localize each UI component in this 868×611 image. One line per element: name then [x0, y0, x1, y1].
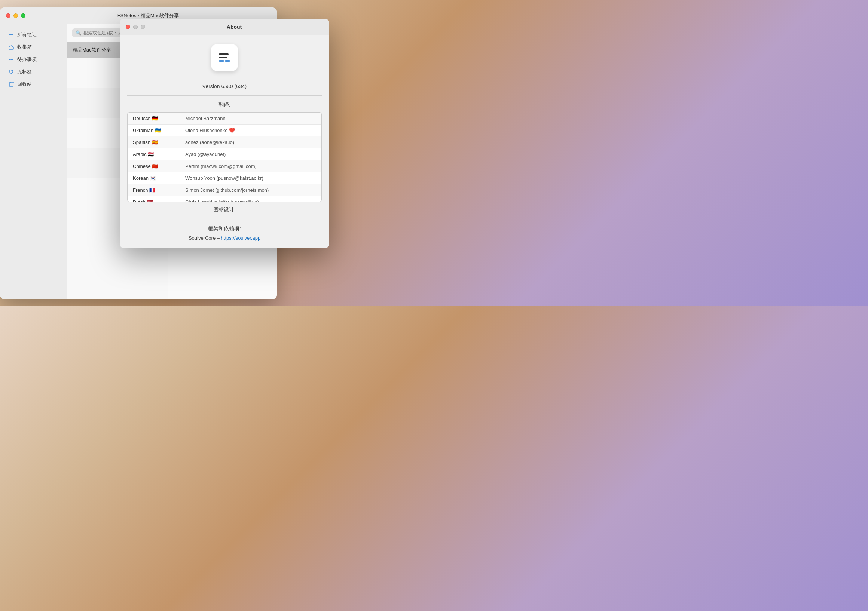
sidebar-label-todo: 待办事项 [17, 56, 37, 63]
framework-section: 框架和依赖项: SoulverCore – https://soulver.ap… [127, 226, 322, 241]
framework-label: 框架和依赖项: [127, 226, 322, 232]
svg-rect-19 [219, 60, 224, 62]
svg-rect-4 [9, 57, 10, 58]
translation-contributor: Chris Hendriks (github.com/olikilo) [185, 199, 316, 202]
svg-line-11 [12, 70, 14, 71]
sidebar-label-inbox: 收集箱 [17, 44, 32, 51]
translation-row: Korean 🇰🇷 Wonsup Yoon (pusnow@kaist.ac.k… [127, 172, 321, 184]
search-icon: 🔍 [76, 30, 81, 36]
sidebar-label-trash: 回收站 [17, 81, 32, 88]
translation-language: Deutsch 🇩🇪 [133, 116, 185, 121]
translations-list[interactable]: Deutsch 🇩🇪 Michael Barzmann Ukrainian 🇺🇦… [127, 112, 322, 202]
svg-rect-17 [219, 54, 229, 55]
translation-contributor: Michael Barzmann [185, 116, 316, 121]
translation-language: Korean 🇰🇷 [133, 175, 185, 181]
translation-contributor: aonez (aone@keka.io) [185, 139, 316, 145]
translation-contributor: Ayad (@ayad0net) [185, 152, 316, 157]
note-title: 精品Mac软件分享 [73, 47, 111, 54]
svg-rect-9 [11, 60, 14, 61]
icon-design-label: 图标设计: [127, 206, 322, 213]
translation-language: Chinese 🇨🇳 [133, 163, 185, 169]
about-title: About [145, 24, 323, 30]
svg-rect-7 [11, 59, 14, 60]
svg-rect-18 [219, 57, 227, 58]
translation-language: French 🇫🇷 [133, 187, 185, 193]
framework-name: SoulverCore – [189, 235, 220, 241]
translation-language: Spanish 🇪🇸 [133, 139, 185, 145]
translation-row: Deutsch 🇩🇪 Michael Barzmann [127, 113, 321, 125]
about-dialog: About Version 6.9.0 (634) 翻译: Deutsch 🇩🇪… [120, 19, 329, 248]
svg-rect-20 [225, 60, 230, 62]
translation-contributor: Olena Hlushchenko ❤️ [185, 127, 316, 133]
inbox-icon [8, 44, 14, 50]
translation-row: Chinese 🇨🇳 Pertim (macwk.com@gmail.com) [127, 161, 321, 172]
sidebar-label-no-tags: 无标签 [17, 68, 32, 75]
minimize-button[interactable] [14, 14, 18, 18]
framework-link[interactable]: https://soulver.app [221, 235, 261, 241]
divider-top [127, 77, 322, 77]
sidebar-item-all-notes[interactable]: 所有笔记 [2, 29, 65, 41]
translation-row: Dutch 🇳🇱 Chris Hendriks (github.com/olik… [127, 196, 321, 202]
version-text: Version 6.9.0 (634) [127, 84, 322, 90]
translation-contributor: Wonsup Yoon (pusnow@kaist.ac.kr) [185, 175, 316, 181]
sidebar-item-trash[interactable]: 回收站 [2, 78, 65, 90]
translation-language: Arabic 🇸🇾 [133, 152, 185, 157]
sidebar-item-inbox[interactable]: 收集箱 [2, 41, 65, 53]
close-button[interactable] [6, 14, 11, 18]
sidebar-item-todo[interactable]: 待办事项 [2, 54, 65, 65]
sidebar-label-all-notes: 所有笔记 [17, 31, 37, 38]
about-body: Version 6.9.0 (634) 翻译: Deutsch 🇩🇪 Micha… [120, 35, 329, 248]
translation-language: Ukrainian 🇺🇦 [133, 127, 185, 133]
translation-language: Dutch 🇳🇱 [133, 199, 185, 202]
trash-icon [8, 81, 14, 87]
svg-rect-6 [9, 59, 10, 60]
tag-icon [8, 69, 14, 75]
traffic-lights [6, 14, 25, 18]
svg-point-10 [10, 71, 11, 71]
translation-row: Ukrainian 🇺🇦 Olena Hlushchenko ❤️ [127, 125, 321, 136]
svg-rect-2 [9, 36, 12, 36]
app-icon [211, 44, 238, 71]
translation-contributor: Simon Jornet (github.com/jornetsimon) [185, 187, 316, 193]
svg-rect-8 [9, 60, 10, 61]
svg-rect-3 [9, 47, 14, 49]
about-maximize-button [141, 25, 145, 29]
window-title: FSNotes › 精品Mac软件分享 [25, 12, 271, 19]
divider-mid [127, 95, 322, 96]
svg-rect-12 [9, 83, 13, 87]
svg-rect-5 [11, 57, 14, 58]
notes-icon [8, 32, 14, 38]
maximize-button[interactable] [21, 14, 25, 18]
about-close-button[interactable] [126, 25, 130, 29]
translation-row: French 🇫🇷 Simon Jornet (github.com/jorne… [127, 184, 321, 196]
sidebar-item-no-tags[interactable]: 无标签 [2, 66, 65, 78]
framework-content: SoulverCore – https://soulver.app [127, 235, 322, 241]
translations-label: 翻译: [127, 102, 322, 108]
divider-bottom [127, 219, 322, 220]
translation-contributor: Pertim (macwk.com@gmail.com) [185, 163, 316, 169]
about-traffic-lights [126, 25, 145, 29]
svg-rect-0 [9, 32, 14, 33]
about-title-bar: About [120, 19, 329, 35]
svg-rect-1 [9, 34, 14, 35]
translation-row: Spanish 🇪🇸 aonez (aone@keka.io) [127, 136, 321, 148]
translation-row: Arabic 🇸🇾 Ayad (@ayad0net) [127, 148, 321, 161]
about-minimize-button [133, 25, 138, 29]
todo-icon [8, 56, 14, 62]
sidebar: 所有笔记 收集箱 [0, 24, 67, 299]
app-icon-wrapper [127, 44, 322, 71]
